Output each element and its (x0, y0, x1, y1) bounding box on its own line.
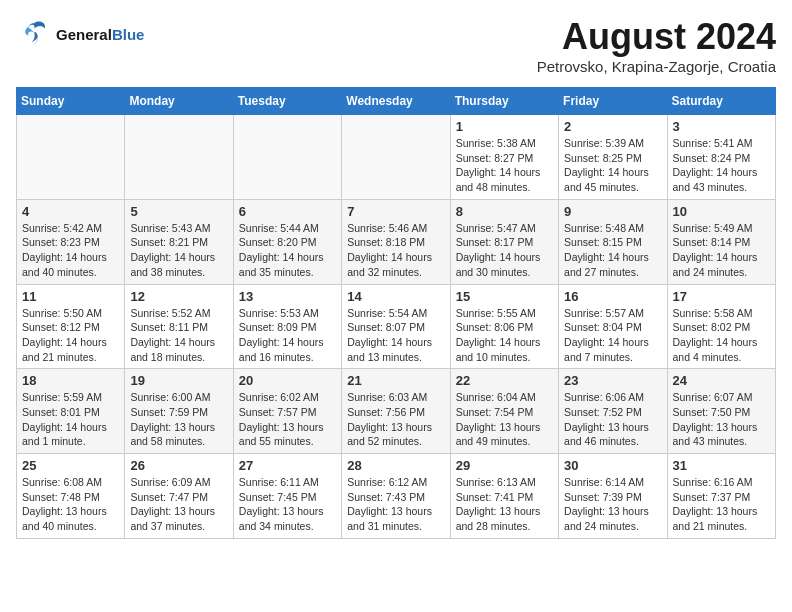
calendar-cell: 16Sunrise: 5:57 AMSunset: 8:04 PMDayligh… (559, 284, 667, 369)
day-number: 25 (22, 458, 119, 473)
day-info: Sunrise: 6:04 AMSunset: 7:54 PMDaylight:… (456, 390, 553, 449)
day-info: Sunrise: 6:14 AMSunset: 7:39 PMDaylight:… (564, 475, 661, 534)
weekday-header-thursday: Thursday (450, 88, 558, 115)
day-info: Sunrise: 6:12 AMSunset: 7:43 PMDaylight:… (347, 475, 444, 534)
calendar-cell: 25Sunrise: 6:08 AMSunset: 7:48 PMDayligh… (17, 454, 125, 539)
month-title: August 2024 (537, 16, 776, 58)
day-info: Sunrise: 6:00 AMSunset: 7:59 PMDaylight:… (130, 390, 227, 449)
calendar-cell (342, 115, 450, 200)
page-header: GeneralBlue August 2024 Petrovsko, Krapi… (16, 16, 776, 75)
calendar-cell: 31Sunrise: 6:16 AMSunset: 7:37 PMDayligh… (667, 454, 775, 539)
day-number: 9 (564, 204, 661, 219)
location-subtitle: Petrovsko, Krapina-Zagorje, Croatia (537, 58, 776, 75)
calendar-cell: 12Sunrise: 5:52 AMSunset: 8:11 PMDayligh… (125, 284, 233, 369)
day-info: Sunrise: 6:02 AMSunset: 7:57 PMDaylight:… (239, 390, 336, 449)
day-info: Sunrise: 5:46 AMSunset: 8:18 PMDaylight:… (347, 221, 444, 280)
day-number: 3 (673, 119, 770, 134)
day-number: 15 (456, 289, 553, 304)
day-number: 10 (673, 204, 770, 219)
calendar-cell: 3Sunrise: 5:41 AMSunset: 8:24 PMDaylight… (667, 115, 775, 200)
day-info: Sunrise: 6:08 AMSunset: 7:48 PMDaylight:… (22, 475, 119, 534)
title-area: August 2024 Petrovsko, Krapina-Zagorje, … (537, 16, 776, 75)
calendar-cell: 10Sunrise: 5:49 AMSunset: 8:14 PMDayligh… (667, 199, 775, 284)
week-row-3: 11Sunrise: 5:50 AMSunset: 8:12 PMDayligh… (17, 284, 776, 369)
day-info: Sunrise: 5:54 AMSunset: 8:07 PMDaylight:… (347, 306, 444, 365)
calendar-cell: 14Sunrise: 5:54 AMSunset: 8:07 PMDayligh… (342, 284, 450, 369)
day-info: Sunrise: 5:49 AMSunset: 8:14 PMDaylight:… (673, 221, 770, 280)
calendar-cell (233, 115, 341, 200)
day-info: Sunrise: 5:47 AMSunset: 8:17 PMDaylight:… (456, 221, 553, 280)
calendar-cell: 26Sunrise: 6:09 AMSunset: 7:47 PMDayligh… (125, 454, 233, 539)
day-info: Sunrise: 5:43 AMSunset: 8:21 PMDaylight:… (130, 221, 227, 280)
calendar-cell: 27Sunrise: 6:11 AMSunset: 7:45 PMDayligh… (233, 454, 341, 539)
calendar-cell: 18Sunrise: 5:59 AMSunset: 8:01 PMDayligh… (17, 369, 125, 454)
day-number: 7 (347, 204, 444, 219)
day-number: 28 (347, 458, 444, 473)
day-info: Sunrise: 5:58 AMSunset: 8:02 PMDaylight:… (673, 306, 770, 365)
calendar-cell: 20Sunrise: 6:02 AMSunset: 7:57 PMDayligh… (233, 369, 341, 454)
week-row-4: 18Sunrise: 5:59 AMSunset: 8:01 PMDayligh… (17, 369, 776, 454)
logo-icon (16, 16, 52, 52)
calendar-cell: 28Sunrise: 6:12 AMSunset: 7:43 PMDayligh… (342, 454, 450, 539)
weekday-header-wednesday: Wednesday (342, 88, 450, 115)
day-info: Sunrise: 5:41 AMSunset: 8:24 PMDaylight:… (673, 136, 770, 195)
day-number: 19 (130, 373, 227, 388)
day-info: Sunrise: 5:50 AMSunset: 8:12 PMDaylight:… (22, 306, 119, 365)
calendar-cell (17, 115, 125, 200)
day-info: Sunrise: 6:07 AMSunset: 7:50 PMDaylight:… (673, 390, 770, 449)
week-row-2: 4Sunrise: 5:42 AMSunset: 8:23 PMDaylight… (17, 199, 776, 284)
logo-text: GeneralBlue (56, 26, 144, 43)
day-info: Sunrise: 5:48 AMSunset: 8:15 PMDaylight:… (564, 221, 661, 280)
day-info: Sunrise: 5:57 AMSunset: 8:04 PMDaylight:… (564, 306, 661, 365)
calendar-cell: 24Sunrise: 6:07 AMSunset: 7:50 PMDayligh… (667, 369, 775, 454)
day-number: 22 (456, 373, 553, 388)
calendar-cell: 8Sunrise: 5:47 AMSunset: 8:17 PMDaylight… (450, 199, 558, 284)
day-info: Sunrise: 6:09 AMSunset: 7:47 PMDaylight:… (130, 475, 227, 534)
calendar-cell: 17Sunrise: 5:58 AMSunset: 8:02 PMDayligh… (667, 284, 775, 369)
day-number: 2 (564, 119, 661, 134)
day-number: 8 (456, 204, 553, 219)
calendar-cell: 1Sunrise: 5:38 AMSunset: 8:27 PMDaylight… (450, 115, 558, 200)
calendar-cell: 9Sunrise: 5:48 AMSunset: 8:15 PMDaylight… (559, 199, 667, 284)
day-number: 24 (673, 373, 770, 388)
day-info: Sunrise: 6:13 AMSunset: 7:41 PMDaylight:… (456, 475, 553, 534)
day-number: 31 (673, 458, 770, 473)
day-number: 21 (347, 373, 444, 388)
calendar-cell: 23Sunrise: 6:06 AMSunset: 7:52 PMDayligh… (559, 369, 667, 454)
day-number: 17 (673, 289, 770, 304)
calendar-cell (125, 115, 233, 200)
calendar-table: SundayMondayTuesdayWednesdayThursdayFrid… (16, 87, 776, 539)
day-number: 16 (564, 289, 661, 304)
calendar-cell: 21Sunrise: 6:03 AMSunset: 7:56 PMDayligh… (342, 369, 450, 454)
day-number: 23 (564, 373, 661, 388)
day-number: 26 (130, 458, 227, 473)
week-row-5: 25Sunrise: 6:08 AMSunset: 7:48 PMDayligh… (17, 454, 776, 539)
day-info: Sunrise: 6:11 AMSunset: 7:45 PMDaylight:… (239, 475, 336, 534)
day-number: 6 (239, 204, 336, 219)
weekday-header-monday: Monday (125, 88, 233, 115)
weekday-header-sunday: Sunday (17, 88, 125, 115)
calendar-cell: 5Sunrise: 5:43 AMSunset: 8:21 PMDaylight… (125, 199, 233, 284)
calendar-cell: 22Sunrise: 6:04 AMSunset: 7:54 PMDayligh… (450, 369, 558, 454)
day-number: 4 (22, 204, 119, 219)
day-number: 20 (239, 373, 336, 388)
calendar-cell: 19Sunrise: 6:00 AMSunset: 7:59 PMDayligh… (125, 369, 233, 454)
calendar-cell: 7Sunrise: 5:46 AMSunset: 8:18 PMDaylight… (342, 199, 450, 284)
day-number: 11 (22, 289, 119, 304)
day-number: 29 (456, 458, 553, 473)
day-number: 30 (564, 458, 661, 473)
day-info: Sunrise: 5:55 AMSunset: 8:06 PMDaylight:… (456, 306, 553, 365)
calendar-cell: 2Sunrise: 5:39 AMSunset: 8:25 PMDaylight… (559, 115, 667, 200)
day-info: Sunrise: 5:39 AMSunset: 8:25 PMDaylight:… (564, 136, 661, 195)
day-info: Sunrise: 6:16 AMSunset: 7:37 PMDaylight:… (673, 475, 770, 534)
calendar-cell: 13Sunrise: 5:53 AMSunset: 8:09 PMDayligh… (233, 284, 341, 369)
day-info: Sunrise: 5:44 AMSunset: 8:20 PMDaylight:… (239, 221, 336, 280)
week-row-1: 1Sunrise: 5:38 AMSunset: 8:27 PMDaylight… (17, 115, 776, 200)
day-info: Sunrise: 6:06 AMSunset: 7:52 PMDaylight:… (564, 390, 661, 449)
calendar-cell: 15Sunrise: 5:55 AMSunset: 8:06 PMDayligh… (450, 284, 558, 369)
day-number: 14 (347, 289, 444, 304)
calendar-cell: 6Sunrise: 5:44 AMSunset: 8:20 PMDaylight… (233, 199, 341, 284)
day-info: Sunrise: 6:03 AMSunset: 7:56 PMDaylight:… (347, 390, 444, 449)
weekday-header-row: SundayMondayTuesdayWednesdayThursdayFrid… (17, 88, 776, 115)
day-info: Sunrise: 5:59 AMSunset: 8:01 PMDaylight:… (22, 390, 119, 449)
